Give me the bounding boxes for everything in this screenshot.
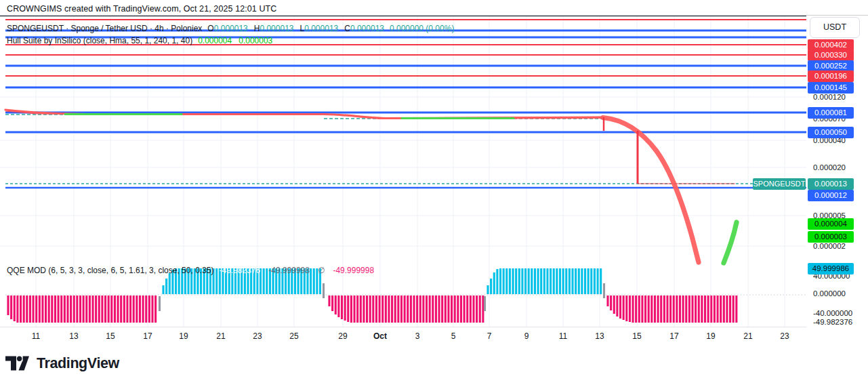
ohlc-pair: C0.000013	[344, 24, 384, 33]
qqe-bar	[91, 296, 94, 323]
qqe-bar	[407, 296, 409, 323]
qqe-bar	[669, 296, 671, 323]
qqe-bar	[569, 268, 571, 294]
qqe-bar	[394, 296, 396, 323]
qqe-bar	[594, 268, 596, 294]
qqe-bar	[632, 296, 634, 323]
qqe-bar	[479, 296, 481, 323]
price-axis-tag: 0.000196	[808, 70, 854, 82]
qqe-bar	[641, 296, 643, 323]
price-axis-tag: 0.000003	[808, 231, 854, 243]
qqe-bar	[79, 296, 81, 323]
qqe-bar	[369, 296, 371, 323]
qqe-bar	[422, 296, 424, 323]
hull-indicator-title[interactable]: Hull Suite by InSilico (close, Hma, 55, …	[7, 36, 192, 45]
qqe-bar	[400, 296, 402, 323]
qqe-bar	[454, 296, 456, 323]
qqe-bar	[623, 296, 625, 320]
qqe-indicator-title[interactable]: QQE MOD (6, 5, 3, 3, close, 6, 5, 1.61, …	[7, 266, 213, 275]
currency-toggle-button[interactable]: USDT	[810, 17, 860, 38]
symbol-price-tag: SPONGEUSDT	[753, 178, 806, 190]
qqe-value: -49.999998	[268, 266, 310, 275]
qqe-bar	[723, 296, 725, 323]
qqe-bar	[165, 279, 167, 294]
qqe-bar	[350, 296, 352, 323]
change-value: 0.000000 (0.00%)	[390, 24, 454, 33]
time-axis-label: 5	[451, 331, 456, 341]
qqe-bar	[363, 296, 365, 323]
qqe-bar	[543, 268, 545, 294]
symbol-legend-row[interactable]: SPONGEUSDT · Sponge / Tether USD · 4h · …	[7, 24, 454, 33]
qqe-bar	[509, 268, 511, 294]
time-axis-label: 13	[69, 331, 78, 341]
qqe-bar	[610, 296, 612, 310]
qqe-bar	[344, 296, 346, 321]
hull-indicator-values: 0.0000040.000003	[198, 36, 272, 45]
price-scale[interactable]: 0.0001200.0000700.0000400.0000200.000005…	[806, 16, 868, 346]
qqe-bar	[597, 268, 599, 294]
qqe-bar	[101, 296, 103, 323]
qqe-bar	[701, 296, 703, 323]
qqe-bar	[7, 296, 9, 315]
qqe-bar	[470, 296, 472, 323]
qqe-bar	[123, 296, 125, 323]
qqe-legend-row[interactable]: QQE MOD (6, 5, 3, 3, close, 6, 5, 1.61, …	[7, 266, 374, 275]
qqe-bar	[154, 296, 157, 323]
price-axis-label: 0.000020	[812, 163, 847, 172]
qqe-value: -49.982376	[219, 266, 260, 275]
qqe-bar	[575, 268, 577, 294]
qqe-bar	[139, 296, 141, 323]
time-axis-label: 17	[669, 331, 678, 341]
qqe-bar	[528, 268, 530, 294]
ohlc-pair: O0.000013	[207, 24, 247, 33]
hull-legend-row[interactable]: Hull Suite by InSilico (close, Hma, 55, …	[7, 36, 272, 45]
qqe-bar	[133, 296, 135, 323]
qqe-bar	[360, 296, 362, 323]
price-axis-tag: 49.999986	[808, 263, 854, 274]
qqe-bar	[460, 296, 462, 323]
time-axis-label: 23	[253, 331, 262, 341]
qqe-bar	[145, 296, 147, 323]
tradingview-logo-text: TradingView	[37, 355, 119, 372]
qqe-bar	[151, 296, 153, 323]
tradingview-logo[interactable]: TradingView	[5, 355, 119, 372]
hull-value: 0.000004	[198, 36, 232, 45]
qqe-bar	[472, 296, 474, 323]
price-axis-tag: 0.000050	[808, 127, 854, 138]
qqe-bar	[85, 296, 87, 323]
price-axis-tag: 0.000330	[808, 49, 854, 61]
qqe-bar	[629, 296, 631, 322]
qqe-value: -49.999998	[333, 266, 374, 275]
price-axis-tag: 0.000012	[808, 190, 854, 201]
qqe-bar	[375, 296, 377, 323]
qqe-bar	[587, 268, 590, 294]
qqe-bar	[644, 296, 646, 323]
time-axis-label: 19	[706, 331, 715, 341]
qqe-bar	[695, 296, 697, 323]
time-axis-label: Oct	[373, 331, 387, 341]
qqe-bar	[39, 296, 41, 323]
qqe-bar	[432, 296, 434, 323]
qqe-bar	[451, 296, 453, 323]
qqe-bar	[16, 296, 18, 323]
ohlc-pair: H0.000013	[254, 24, 294, 33]
price-axis-tag: 0.000013	[808, 178, 854, 190]
qqe-bar	[584, 268, 586, 294]
qqe-bar	[14, 296, 16, 321]
qqe-bar	[515, 268, 517, 294]
chart-canvas[interactable]	[0, 0, 868, 387]
time-axis-label: 3	[415, 331, 420, 341]
qqe-bar	[447, 296, 449, 323]
time-axis-label: 15	[632, 331, 641, 341]
time-axis-label: 13	[595, 331, 604, 341]
price-axis-tag: 0.000402	[808, 39, 854, 51]
qqe-bar	[441, 296, 443, 323]
qqe-bar	[136, 296, 138, 323]
qqe-bar	[129, 296, 131, 323]
qqe-bar	[426, 296, 428, 323]
qqe-bar	[732, 296, 735, 323]
qqe-bar	[419, 296, 421, 323]
symbol-title[interactable]: SPONGEUSDT · Sponge / Tether USD · 4h · …	[7, 24, 202, 33]
time-axis-label: 17	[143, 331, 152, 341]
qqe-bar	[512, 268, 514, 294]
